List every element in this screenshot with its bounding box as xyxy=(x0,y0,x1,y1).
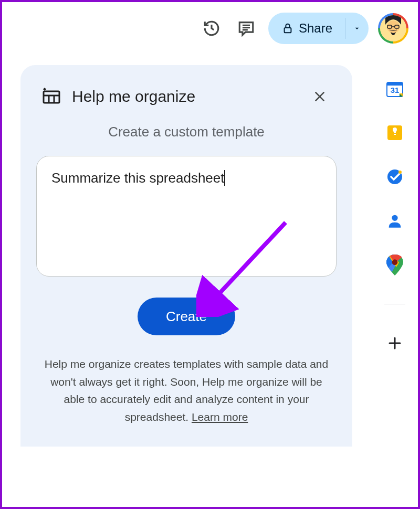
share-button-group: Share xyxy=(268,13,369,44)
svg-point-16 xyxy=(398,171,402,174)
maps-icon[interactable] xyxy=(384,254,405,275)
share-button[interactable]: Share xyxy=(268,13,345,44)
svg-point-18 xyxy=(392,259,398,265)
disclaimer-text: Help me organize creates templates with … xyxy=(35,355,338,426)
share-dropdown-button[interactable] xyxy=(345,13,369,44)
text-cursor xyxy=(224,170,225,186)
create-button[interactable]: Create xyxy=(138,298,235,335)
account-avatar[interactable] xyxy=(378,13,408,44)
panel-header: Help me organize xyxy=(35,84,338,109)
tasks-icon[interactable] xyxy=(384,166,405,187)
svg-point-17 xyxy=(392,215,397,221)
help-me-organize-panel: Help me organize Create a custom templat… xyxy=(20,65,352,447)
learn-more-link[interactable]: Learn more xyxy=(192,411,248,423)
lock-icon xyxy=(282,23,293,34)
avatar-image xyxy=(380,15,406,41)
comments-icon[interactable] xyxy=(234,16,259,41)
svg-rect-21 xyxy=(44,91,59,103)
prompt-input-text: Summarize this spreadsheet xyxy=(51,170,224,186)
rail-divider xyxy=(384,304,405,304)
history-icon[interactable] xyxy=(199,16,224,41)
svg-rect-14 xyxy=(394,134,396,135)
panel-title: Help me organize xyxy=(72,88,297,105)
share-label: Share xyxy=(299,21,332,36)
prompt-input[interactable]: Summarize this spreadsheet xyxy=(36,156,337,277)
caret-down-icon xyxy=(353,24,361,33)
close-icon xyxy=(313,90,327,103)
panel-subtitle: Create a custom template xyxy=(35,124,338,140)
add-on-icon[interactable] xyxy=(384,333,405,354)
side-rail: 31 xyxy=(379,78,411,354)
svg-text:31: 31 xyxy=(391,86,400,94)
svg-rect-3 xyxy=(285,28,291,33)
sparkle-table-icon xyxy=(40,85,61,108)
calendar-icon[interactable]: 31 xyxy=(384,78,405,99)
keep-icon[interactable] xyxy=(384,122,405,143)
top-toolbar: Share xyxy=(199,13,408,44)
contacts-icon[interactable] xyxy=(384,210,405,231)
close-button[interactable] xyxy=(307,84,332,109)
